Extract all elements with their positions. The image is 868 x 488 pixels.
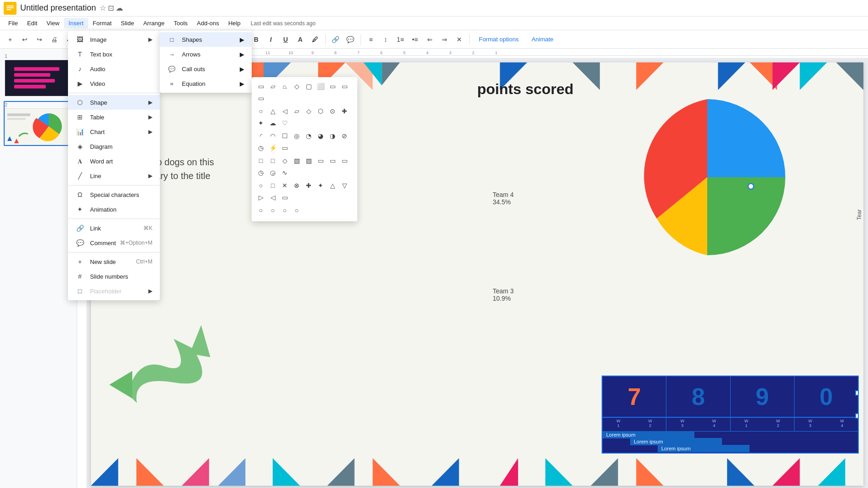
- shape-plaque[interactable]: ▭: [279, 142, 290, 153]
- shape-no-sym[interactable]: ⊘: [339, 130, 350, 141]
- shape-cloud[interactable]: ☁: [267, 118, 278, 129]
- shape-ltri[interactable]: ◁: [267, 192, 278, 203]
- shape-para[interactable]: ▱: [291, 106, 302, 117]
- menu-item-slide-numbers[interactable]: # Slide numbers: [68, 269, 160, 284]
- shape-right-tri[interactable]: ◁: [279, 106, 290, 117]
- shape-sq4[interactable]: □: [255, 155, 266, 166]
- shape-trapezoid[interactable]: ⏢: [279, 81, 290, 92]
- shape-sq6[interactable]: ◇: [279, 155, 290, 166]
- align-btn[interactable]: ≡: [365, 33, 378, 46]
- shape-sq5[interactable]: □: [267, 155, 278, 166]
- menu-item-image[interactable]: 🖼 Image ▶: [68, 32, 160, 47]
- menu-item-special-chars[interactable]: Ω Special characters: [68, 187, 160, 202]
- underline-btn[interactable]: U: [279, 33, 292, 46]
- shape-rect-3[interactable]: ▭: [339, 81, 350, 92]
- shape-sq11[interactable]: ▭: [339, 155, 350, 166]
- shape-wave[interactable]: ∿: [279, 167, 290, 178]
- menu-item-video[interactable]: ▶ Video: [68, 76, 160, 91]
- menu-item-comment[interactable]: 💬 Comment ⌘+Option+M: [68, 236, 160, 250]
- italic-btn[interactable]: I: [265, 33, 277, 46]
- cloud-icon[interactable]: ☁: [116, 4, 123, 12]
- toolbar-add-btn[interactable]: +: [4, 33, 17, 46]
- shape-circ2[interactable]: ○: [255, 180, 266, 191]
- menu-file[interactable]: File: [4, 18, 23, 28]
- menu-item-animation[interactable]: ✦ Animation: [68, 202, 160, 217]
- shape-comment-rect[interactable]: ◷: [255, 142, 266, 153]
- shape-sq13[interactable]: □: [267, 180, 278, 191]
- shape-star6[interactable]: ✦: [315, 180, 326, 191]
- shape-sm1[interactable]: ○: [255, 205, 266, 216]
- shape-pie[interactable]: ◕: [315, 130, 326, 141]
- shape-circle[interactable]: ○: [255, 106, 266, 117]
- shape-sq10[interactable]: ▭: [327, 155, 338, 166]
- arrows-item[interactable]: → Arrows ▶: [160, 47, 252, 62]
- line-spacing-btn[interactable]: ↕: [379, 33, 392, 46]
- menu-item-table[interactable]: ⊞ Table ▶: [68, 110, 160, 124]
- shape-rounded[interactable]: ⬜: [315, 81, 326, 92]
- shape-crescent[interactable]: ◠: [267, 130, 278, 141]
- menu-item-shape[interactable]: ⬡ Shape ▶: [68, 95, 160, 110]
- comment-btn[interactable]: 💬: [344, 33, 357, 46]
- shape-moon[interactable]: ◶: [267, 167, 278, 178]
- shape-bolt[interactable]: ⚡: [267, 142, 278, 153]
- menu-item-chart[interactable]: 📊 Chart ▶: [68, 124, 160, 139]
- shape-hex[interactable]: ⬡: [315, 106, 326, 117]
- shape-rtri[interactable]: ▷: [255, 192, 266, 203]
- slide-thumb-1[interactable]: 1: [4, 52, 73, 97]
- history-icon[interactable]: ⊡: [108, 4, 114, 12]
- shape-diamond-rect[interactable]: ◇: [291, 81, 302, 92]
- toolbar-redo-btn[interactable]: ↪: [33, 33, 46, 46]
- shape-sq9[interactable]: ▭: [315, 155, 326, 166]
- shape-ring[interactable]: ⊙: [327, 106, 338, 117]
- shape-sq8[interactable]: ▨: [303, 155, 314, 166]
- shape-xcirc[interactable]: ⊗: [291, 180, 302, 191]
- shape-donut[interactable]: ◎: [291, 130, 302, 141]
- font-color-btn[interactable]: A: [294, 33, 307, 46]
- bullet-list-btn[interactable]: •≡: [409, 33, 422, 46]
- slide-thumb-2[interactable]: 2: [4, 101, 73, 146]
- menu-item-new-slide[interactable]: + New slide Ctrl+M: [68, 254, 160, 269]
- indent-more-btn[interactable]: ⇒: [438, 33, 451, 46]
- clear-format-btn[interactable]: ✕: [453, 33, 466, 46]
- shape-sm4[interactable]: ○: [291, 205, 302, 216]
- shape-arc[interactable]: ◜: [255, 130, 266, 141]
- shape-sm2[interactable]: ○: [267, 205, 278, 216]
- menu-item-link[interactable]: 🔗 Link ⌘K: [68, 221, 160, 236]
- menu-addons[interactable]: Add-ons: [192, 18, 224, 28]
- shape-rectangle[interactable]: ▭: [255, 81, 266, 92]
- callouts-item[interactable]: 💬 Call outs ▶: [160, 62, 252, 76]
- shape-block-arc[interactable]: ◑: [327, 130, 338, 141]
- menu-slide[interactable]: Slide: [116, 18, 139, 28]
- numbered-list-btn[interactable]: 1≡: [394, 33, 407, 46]
- shape-round-rect[interactable]: ▢: [303, 81, 314, 92]
- format-options-btn[interactable]: Format options: [473, 33, 524, 46]
- shape-rect-4[interactable]: ▭: [255, 93, 266, 104]
- shape-sq12[interactable]: ◷: [255, 167, 266, 178]
- shape-parallelogram[interactable]: ▱: [267, 81, 278, 92]
- menu-item-wordart[interactable]: 𝐀 Word art: [68, 154, 160, 168]
- toolbar-print-btn[interactable]: 🖨: [48, 33, 61, 46]
- document-title[interactable]: Untitled presentation: [20, 3, 96, 13]
- shapes-item[interactable]: □ Shapes ▶: [160, 32, 252, 47]
- shape-sm3[interactable]: ○: [279, 205, 290, 216]
- menu-item-diagram[interactable]: ◈ Diagram: [68, 139, 160, 154]
- shape-pill[interactable]: ▭: [279, 192, 290, 203]
- shape-star[interactable]: ✦: [255, 118, 266, 129]
- shape-rect-2[interactable]: ▭: [327, 81, 338, 92]
- shape-tri3[interactable]: ▽: [339, 180, 350, 191]
- menu-item-line[interactable]: ╱ Line ▶: [68, 168, 160, 183]
- link-btn[interactable]: 🔗: [329, 33, 342, 46]
- shape-sq7[interactable]: ▧: [291, 155, 302, 166]
- menu-insert[interactable]: Insert: [64, 18, 88, 28]
- highlight-btn[interactable]: 🖊: [309, 33, 321, 46]
- shape-plus[interactable]: ✚: [303, 180, 314, 191]
- star-icon[interactable]: ☆: [100, 4, 106, 12]
- menu-help[interactable]: Help: [224, 18, 245, 28]
- menu-arrange[interactable]: Arrange: [139, 18, 169, 28]
- indent-less-btn[interactable]: ⇐: [423, 33, 436, 46]
- shape-x[interactable]: ✕: [279, 180, 290, 191]
- menu-tools[interactable]: Tools: [169, 18, 192, 28]
- shape-heart[interactable]: ♡: [279, 118, 290, 129]
- menu-view[interactable]: View: [42, 18, 64, 28]
- shape-tri2[interactable]: △: [327, 180, 338, 191]
